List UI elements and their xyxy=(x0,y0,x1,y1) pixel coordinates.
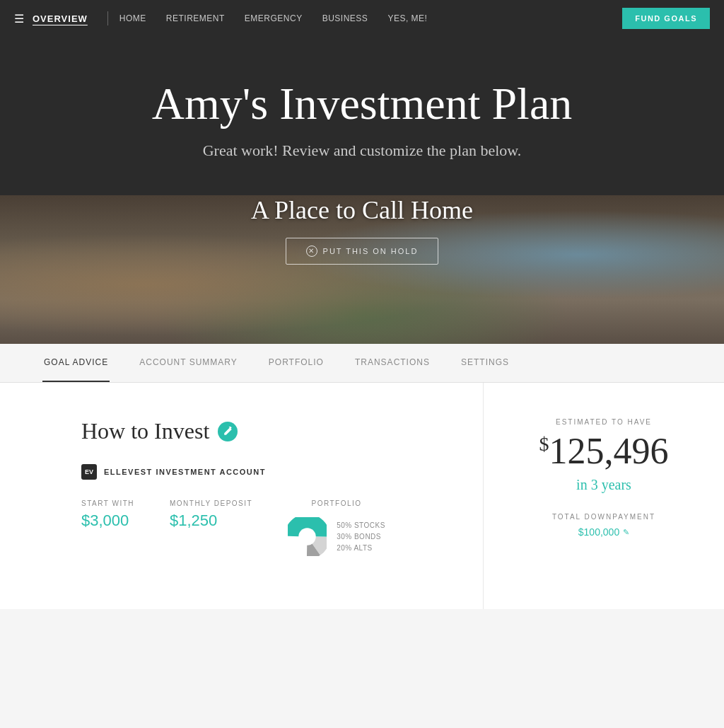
account-row: EV ELLEVEST INVESTMENT ACCOUNT xyxy=(81,464,440,480)
tab-goal-advice[interactable]: GOAL ADVICE xyxy=(42,344,110,382)
nav-brand[interactable]: OVERVIEW xyxy=(33,13,88,24)
portfolio-pie-chart xyxy=(288,517,327,556)
portfolio-label: PORTFOLIO xyxy=(311,499,361,507)
navigation: ☰ OVERVIEW HOME RETIREMENT EMERGENCY BUS… xyxy=(0,0,724,37)
dollar-sign: $ xyxy=(539,433,549,455)
estimated-years: in 3 years xyxy=(576,477,631,493)
monthly-deposit-col: MONTHLY DEPOSIT $1,250 xyxy=(170,499,252,530)
invest-grid: START WITH $3,000 MONTHLY DEPOSIT $1,250… xyxy=(81,499,440,556)
alts-legend: 20% ALTS xyxy=(337,543,385,554)
nav-home[interactable]: HOME xyxy=(119,13,146,23)
estimated-label: ESTIMATED TO HAVE xyxy=(556,418,652,426)
nav-emergency[interactable]: EMERGENCY xyxy=(245,13,303,23)
nav-retirement[interactable]: RETIREMENT xyxy=(166,13,225,23)
tab-portfolio[interactable]: PORTFOLIO xyxy=(267,344,325,382)
downpayment-amount: $100,000 xyxy=(578,526,619,538)
put-on-hold-button[interactable]: ✕ PUT THIS ON HOLD xyxy=(286,238,439,265)
main-content: How to Invest EV ELLEVEST INVESTMENT ACC… xyxy=(0,383,724,609)
estimated-value: 125,496 xyxy=(549,431,669,471)
nav-business[interactable]: BUSINESS xyxy=(322,13,368,23)
downpayment-label: TOTAL DOWNPAYMENT xyxy=(552,513,655,521)
downpayment-value: $100,000 ✎ xyxy=(578,526,629,538)
hero-subtitle: Great work! Review and customize the pla… xyxy=(14,141,710,160)
hero-section: Amy's Investment Plan Great work! Review… xyxy=(0,37,724,195)
goal-banner: A Place to Call Home ✕ PUT THIS ON HOLD xyxy=(0,195,724,344)
menu-icon[interactable]: ☰ xyxy=(14,12,24,25)
bonds-legend: 30% BONDS xyxy=(337,531,385,543)
estimate-section: ESTIMATED TO HAVE $125,496 in 3 years TO… xyxy=(484,383,724,609)
goal-banner-title: A Place to Call Home xyxy=(251,195,473,225)
tab-account-summary[interactable]: ACCOUNT SUMMARY xyxy=(138,344,239,382)
portfolio-col: PORTFOLIO 50% STOCKS 30% BONDS xyxy=(288,499,385,556)
svg-point-3 xyxy=(298,528,315,545)
hold-btn-label: PUT THIS ON HOLD xyxy=(323,247,419,255)
start-with-value: $3,000 xyxy=(81,512,134,530)
downpayment-edit-icon[interactable]: ✎ xyxy=(623,528,629,537)
tab-settings[interactable]: SETTINGS xyxy=(460,344,510,382)
start-with-col: START WITH $3,000 xyxy=(81,499,134,530)
goal-banner-content: A Place to Call Home ✕ PUT THIS ON HOLD xyxy=(0,195,724,265)
portfolio-legend: 50% STOCKS 30% BONDS 20% ALTS xyxy=(337,520,385,554)
monthly-deposit-value: $1,250 xyxy=(170,512,252,530)
pencil-icon xyxy=(223,427,233,437)
hold-circle-icon: ✕ xyxy=(306,245,317,257)
section-title: How to Invest xyxy=(81,418,440,444)
nav-divider xyxy=(107,11,108,25)
portfolio-display: 50% STOCKS 30% BONDS 20% ALTS xyxy=(288,517,385,556)
section-title-text: How to Invest xyxy=(81,418,209,444)
edit-icon-button[interactable] xyxy=(218,422,238,441)
start-with-label: START WITH xyxy=(81,499,134,507)
monthly-deposit-label: MONTHLY DEPOSIT xyxy=(170,499,252,507)
how-to-invest-section: How to Invest EV ELLEVEST INVESTMENT ACC… xyxy=(0,383,484,609)
fund-goals-button[interactable]: FUND GOALS xyxy=(622,8,710,29)
tab-transactions[interactable]: TRANSACTIONS xyxy=(354,344,431,382)
stocks-legend: 50% STOCKS xyxy=(337,520,385,531)
tabs-bar: GOAL ADVICE ACCOUNT SUMMARY PORTFOLIO TR… xyxy=(0,344,724,383)
nav-yes-me[interactable]: YES, ME! xyxy=(387,13,427,23)
account-name: ELLEVEST INVESTMENT ACCOUNT xyxy=(104,468,266,476)
ellevest-logo: EV xyxy=(81,464,97,480)
nav-links: HOME RETIREMENT EMERGENCY BUSINESS YES, … xyxy=(119,13,622,23)
hero-title: Amy's Investment Plan xyxy=(14,79,710,129)
estimated-amount: $125,496 xyxy=(539,433,669,470)
